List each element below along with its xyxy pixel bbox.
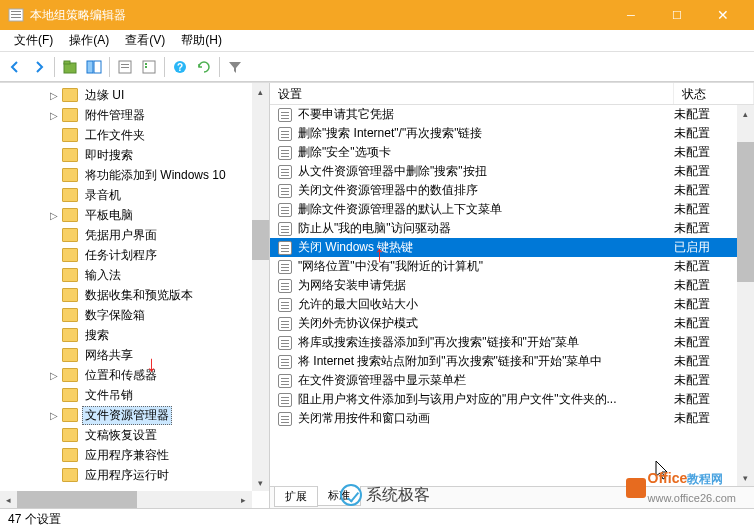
menu-file[interactable]: 文件(F): [6, 30, 61, 51]
properties-button[interactable]: [114, 56, 136, 78]
filter-button[interactable]: [224, 56, 246, 78]
tree-item[interactable]: 即时搜索: [0, 145, 269, 165]
tree-item-label: 搜索: [82, 327, 112, 344]
tree-item[interactable]: 搜索: [0, 325, 269, 345]
help-button[interactable]: ?: [169, 56, 191, 78]
scroll-left-icon[interactable]: ◂: [0, 491, 17, 508]
tree-item[interactable]: ▷附件管理器: [0, 105, 269, 125]
list-row[interactable]: 从文件资源管理器中删除"搜索"按扭未配置: [270, 162, 754, 181]
setting-icon: [278, 222, 294, 236]
setting-icon: [278, 317, 294, 331]
tree-item[interactable]: ▷边缘 UI: [0, 85, 269, 105]
scroll-up-icon[interactable]: ▴: [737, 105, 754, 122]
column-header-setting[interactable]: 设置: [270, 83, 674, 104]
tree-item[interactable]: 文稿恢复设置: [0, 425, 269, 445]
expand-icon[interactable]: ▷: [48, 210, 60, 221]
list-scrollbar-v[interactable]: ▴ ▾: [737, 105, 754, 486]
tree-item[interactable]: ▷平板电脑: [0, 205, 269, 225]
setting-icon: [278, 374, 294, 388]
export-list-button[interactable]: [138, 56, 160, 78]
list-row[interactable]: 关闭常用按件和窗口动画未配置: [270, 409, 754, 428]
scroll-thumb[interactable]: [737, 142, 754, 282]
tree-item[interactable]: 数字保险箱: [0, 305, 269, 325]
scroll-right-icon[interactable]: ▸: [235, 491, 252, 508]
statusbar: 47 个设置: [0, 508, 754, 530]
tree-item[interactable]: 将功能添加到 Windows 10: [0, 165, 269, 185]
list-row[interactable]: 防止从"我的电脑"访问驱动器未配置: [270, 219, 754, 238]
tab-extended[interactable]: 扩展: [274, 487, 318, 507]
tree-item[interactable]: 应用程序兼容性: [0, 445, 269, 465]
scroll-up-icon[interactable]: ▴: [252, 83, 269, 100]
tree-item-label: 即时搜索: [82, 147, 136, 164]
tree-item[interactable]: 输入法: [0, 265, 269, 285]
menu-help[interactable]: 帮助(H): [173, 30, 230, 51]
expand-icon[interactable]: ▷: [48, 410, 60, 421]
tree-item[interactable]: 工作文件夹: [0, 125, 269, 145]
list-row[interactable]: 关闭文件资源管理器中的数值排序未配置: [270, 181, 754, 200]
svg-rect-2: [11, 14, 21, 15]
tree-item[interactable]: 网络共享: [0, 345, 269, 365]
folder-icon: [62, 428, 78, 442]
forward-button[interactable]: [28, 56, 50, 78]
list-row[interactable]: 关闭 Windows 键热键已启用: [270, 238, 754, 257]
tree-scrollbar-v[interactable]: ▴ ▾: [252, 83, 269, 491]
tree-item-label: 位置和传感器: [82, 367, 160, 384]
list-row-setting: 删除文件资源管理器的默认上下文菜单: [298, 201, 674, 218]
expand-icon[interactable]: ▷: [48, 110, 60, 121]
expand-icon[interactable]: ▷: [48, 370, 60, 381]
tree-item[interactable]: 录音机: [0, 185, 269, 205]
tree-item-label: 附件管理器: [82, 107, 148, 124]
list-row[interactable]: 将库或搜索连接器添加到"再次搜索"链接和"开始"菜单未配置: [270, 333, 754, 352]
tree-item[interactable]: ▷位置和传感器: [0, 365, 269, 385]
expand-icon[interactable]: ▷: [48, 90, 60, 101]
list-row[interactable]: 删除"搜索 Internet"/"再次搜索"链接未配置: [270, 124, 754, 143]
svg-rect-7: [94, 61, 101, 73]
tree-item[interactable]: 应用程序运行时: [0, 465, 269, 485]
scroll-thumb-h[interactable]: [17, 491, 137, 508]
setting-icon: [278, 165, 294, 179]
list-row[interactable]: 为网络安装申请凭据未配置: [270, 276, 754, 295]
folder-icon: [62, 288, 78, 302]
watermark-left-text: 系统极客: [366, 485, 430, 506]
tree-item[interactable]: 数据收集和预览版本: [0, 285, 269, 305]
tree-view[interactable]: ▷边缘 UI▷附件管理器工作文件夹即时搜索将功能添加到 Windows 10录音…: [0, 83, 269, 508]
list-row[interactable]: 在文件资源管理器中显示菜单栏未配置: [270, 371, 754, 390]
up-button[interactable]: [59, 56, 81, 78]
scroll-down-icon[interactable]: ▾: [737, 469, 754, 486]
back-button[interactable]: [4, 56, 26, 78]
tree-item-label: 数据收集和预览版本: [82, 287, 196, 304]
folder-icon: [62, 188, 78, 202]
list-row[interactable]: 允许的最大回收站大小未配置: [270, 295, 754, 314]
list-row-setting: 不要申请其它凭据: [298, 106, 674, 123]
menu-view[interactable]: 查看(V): [117, 30, 173, 51]
scroll-thumb[interactable]: [252, 220, 269, 260]
column-header-state[interactable]: 状态: [674, 83, 754, 104]
maximize-button[interactable]: ☐: [654, 0, 700, 30]
folder-icon: [62, 388, 78, 402]
tree-item[interactable]: 文件吊销: [0, 385, 269, 405]
tree-item-label: 文稿恢复设置: [82, 427, 160, 444]
tree-scrollbar-h[interactable]: ◂ ▸: [0, 491, 252, 508]
list-body[interactable]: 不要申请其它凭据未配置删除"搜索 Internet"/"再次搜索"链接未配置删除…: [270, 105, 754, 486]
menu-action[interactable]: 操作(A): [61, 30, 117, 51]
list-row[interactable]: 删除"安全"选项卡未配置: [270, 143, 754, 162]
show-hide-tree-button[interactable]: [83, 56, 105, 78]
scroll-down-icon[interactable]: ▾: [252, 474, 269, 491]
minimize-button[interactable]: ─: [608, 0, 654, 30]
list-row[interactable]: 将 Internet 搜索站点附加到"再次搜索"链接和"开始"菜单中未配置: [270, 352, 754, 371]
list-row[interactable]: 关闭外壳协议保护模式未配置: [270, 314, 754, 333]
list-row[interactable]: "网络位置"中没有"我附近的计算机"未配置: [270, 257, 754, 276]
list-row[interactable]: 阻止用户将文件添加到与该用户对应的"用户文件"文件夹的...未配置: [270, 390, 754, 409]
list-row-setting: 关闭文件资源管理器中的数值排序: [298, 182, 674, 199]
tree-item[interactable]: 任务计划程序: [0, 245, 269, 265]
close-button[interactable]: ✕: [700, 0, 746, 30]
setting-icon: [278, 279, 294, 293]
list-pane: 设置 状态 不要申请其它凭据未配置删除"搜索 Internet"/"再次搜索"链…: [270, 83, 754, 508]
refresh-button[interactable]: [193, 56, 215, 78]
setting-icon: [278, 298, 294, 312]
list-row[interactable]: 删除文件资源管理器的默认上下文菜单未配置: [270, 200, 754, 219]
tree-item[interactable]: 凭据用户界面: [0, 225, 269, 245]
list-row[interactable]: 不要申请其它凭据未配置: [270, 105, 754, 124]
tree-item[interactable]: ▷文件资源管理器: [0, 405, 269, 425]
list-row-setting: "网络位置"中没有"我附近的计算机": [298, 258, 674, 275]
